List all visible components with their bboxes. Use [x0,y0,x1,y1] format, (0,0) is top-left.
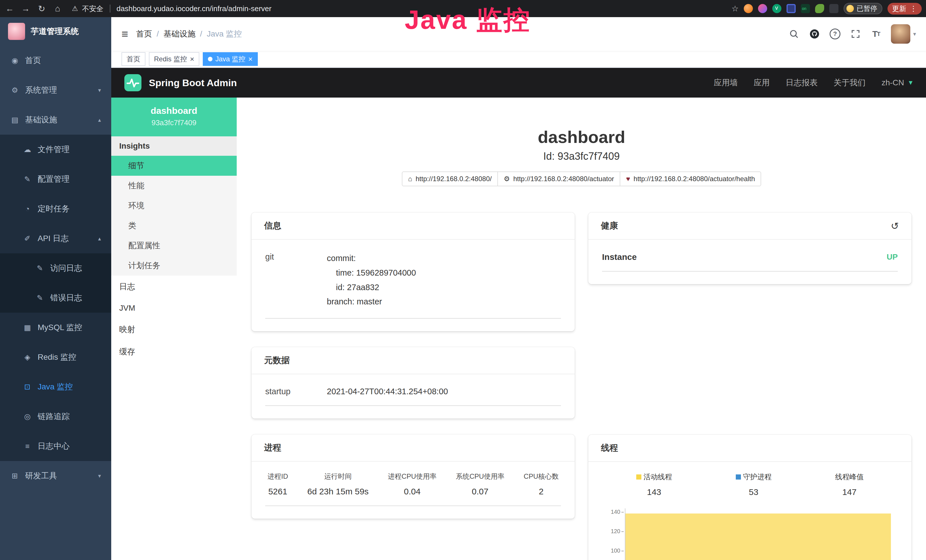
user-menu[interactable]: ▾ [891,24,916,44]
font-size-icon[interactable]: TT [870,28,882,40]
sba-app-id: 93a3fc7f7409 [116,118,232,127]
sidebar-item-devtools[interactable]: ⊞ 研发工具 ▾ [0,461,111,491]
sba-item-scheduled[interactable]: 计划任务 [111,256,237,275]
sba-nav-journal[interactable]: 日志报表 [786,77,818,88]
info-card-header: 信息 [251,212,575,240]
close-icon[interactable]: × [248,55,253,63]
sidebar-item-jobs[interactable]: ◔ 定时任务 [0,194,111,224]
process-col-label: CPU核心数 [524,472,559,481]
colorful-ext-icon[interactable] [758,4,767,13]
infra-submenu: ☁ 文件管理 ✎ 配置管理 ◔ 定时任务 ✐ API 日志 ▴ [0,135,111,461]
url-text[interactable]: dashboard.yudao.iocoder.cn/infra/admin-s… [117,4,271,13]
sidebar-item-redis[interactable]: ◈ Redis 监控 [0,342,111,372]
header-actions: ? TT ▾ [788,24,916,44]
log-icon: ✐ [23,234,32,243]
grid-ext-icon[interactable] [787,4,796,13]
sidebar-item-home[interactable]: ◉ 首页 [0,45,111,75]
service-url-link[interactable]: ⌂ http://192.168.0.2:48080/ [402,171,498,186]
health-instance-row[interactable]: Instance UP [602,249,898,272]
sidebar-item-access-log[interactable]: ✎ 访问日志 [0,253,111,283]
history-icon[interactable]: ↺ [891,220,899,232]
instance-title: dashboard [237,127,926,147]
process-col-cores: CPU核心数 2 [524,472,559,496]
fullscreen-icon[interactable] [850,28,861,40]
clock-icon: ◔ [23,204,32,213]
sba-nav-wall[interactable]: 应用墙 [714,77,738,88]
sba-item-environment[interactable]: 环境 [111,196,237,216]
sba-item-caches[interactable]: 缓存 [111,341,237,363]
sba-item-details[interactable]: 细节 [111,156,237,176]
wrench-icon: ⚙ [504,175,510,183]
info-card-body: git commit: time: 1596289704000 id: 27aa… [251,240,575,331]
breadcrumb-separator: / [200,29,202,38]
forward-icon[interactable]: → [21,4,31,14]
dark-ext-icon[interactable] [829,4,838,13]
address-bar[interactable]: ⚠ 不安全 dashboard.yudao.iocoder.cn/infra/a… [72,4,728,14]
question-mark: ? [830,29,840,39]
leaf-ext-icon[interactable] [815,4,824,13]
sidebar-item-files[interactable]: ☁ 文件管理 [0,135,111,164]
github-icon[interactable] [809,28,820,40]
sidebar-item-label: 错误日志 [50,292,82,303]
sidebar-item-log-center[interactable]: ≡ 日志中心 [0,431,111,461]
chevron-down-icon: ▼ [908,79,914,86]
threads-card: 线程 活动线程 [589,435,911,560]
breadcrumb-home[interactable]: 首页 [136,29,152,39]
back-icon[interactable]: ← [5,4,15,14]
process-col-label: 运行时间 [307,472,368,481]
browser-actions: ☆ 已暂停 更新 ⋮ [731,3,922,15]
sidebar-item-error-log[interactable]: ✎ 错误日志 [0,283,111,313]
sidebar-item-api-logs[interactable]: ✐ API 日志 ▴ [0,224,111,253]
close-icon[interactable]: × [190,55,194,63]
breadcrumb-infra[interactable]: 基础设施 [163,29,195,39]
actuator-url-link[interactable]: ⚙ http://192.168.0.2:48080/actuator [497,171,620,186]
sba-item-classes[interactable]: 类 [111,216,237,236]
sba-item-jvm[interactable]: JVM [111,298,237,318]
sba-item-metrics[interactable]: 性能 [111,176,237,196]
warning-icon: ⚠ [72,5,78,12]
ytick: 140 [611,509,620,515]
sba-sidebar: dashboard 93a3fc7f7409 Insights 细节 性能 环境… [111,98,237,560]
tab-redis[interactable]: Redis 监控 × [149,52,199,66]
legend-peak: 线程峰值 147 [835,472,864,497]
sba-language-select[interactable]: zh-CN ▼ [882,78,914,87]
paused-badge[interactable]: 已暂停 [844,3,882,14]
sidebar-logo[interactable]: 芋道管理系统 [0,17,111,45]
bookmark-star-icon[interactable]: ☆ [731,4,738,14]
metadata-value: 2021-04-27T00:44:31.254+08:00 [327,386,448,396]
kebab-menu-icon[interactable]: ⋮ [910,4,917,13]
sidebar-item-java[interactable]: ⊡ Java 监控 [0,372,111,402]
sba-item-logs[interactable]: 日志 [111,275,237,298]
sidebar-item-mysql[interactable]: ▦ MySQL 监控 [0,313,111,342]
sba-item-configprops[interactable]: 配置属性 [111,236,237,256]
reload-icon[interactable]: ↻ [36,4,47,14]
sba-nav-about[interactable]: 关于我们 [834,77,865,88]
sidebar-item-label: API 日志 [38,233,69,244]
tab-java[interactable]: Java 监控 × [203,52,258,66]
home-icon[interactable]: ⌂ [53,4,63,14]
health-card-header: 健康 ↺ [589,212,911,240]
breadcrumb-current: Java 监控 [207,29,242,39]
tab-home[interactable]: 首页 [121,52,145,66]
security-label[interactable]: 不安全 [82,4,103,14]
sba-nav-apps[interactable]: 应用 [754,77,770,88]
search-icon[interactable] [788,28,800,40]
vue-devtools-icon[interactable] [772,4,781,13]
caret-down-icon: ▾ [913,30,916,37]
hamburger-icon[interactable]: ≡ [121,28,128,41]
sba-item-mappings[interactable]: 映射 [111,318,237,341]
metadata-card-body: startup 2021-04-27T00:44:31.254+08:00 [251,374,575,419]
sba-app-block[interactable]: dashboard 93a3fc7f7409 [111,98,237,136]
help-icon[interactable]: ? [829,28,841,40]
main-column: ≡ 首页 / 基础设施 / Java 监控 ? [111,17,926,560]
switch-on-ext-icon[interactable] [801,4,810,13]
health-url-link[interactable]: ♥ http://192.168.0.2:48080/actuator/heal… [620,171,761,186]
sidebar-item-infra[interactable]: ▤ 基础设施 ▴ [0,105,111,135]
chevron-down-icon: ▾ [98,472,101,479]
sidebar-item-system[interactable]: ⚙ 系统管理 ▾ [0,75,111,105]
sidebar-item-config[interactable]: ✎ 配置管理 [0,164,111,194]
fox-ext-icon[interactable] [744,4,753,13]
update-button[interactable]: 更新 ⋮ [888,3,922,15]
info-line: commit: [327,251,416,266]
sidebar-item-trace[interactable]: ◎ 链路追踪 [0,402,111,431]
